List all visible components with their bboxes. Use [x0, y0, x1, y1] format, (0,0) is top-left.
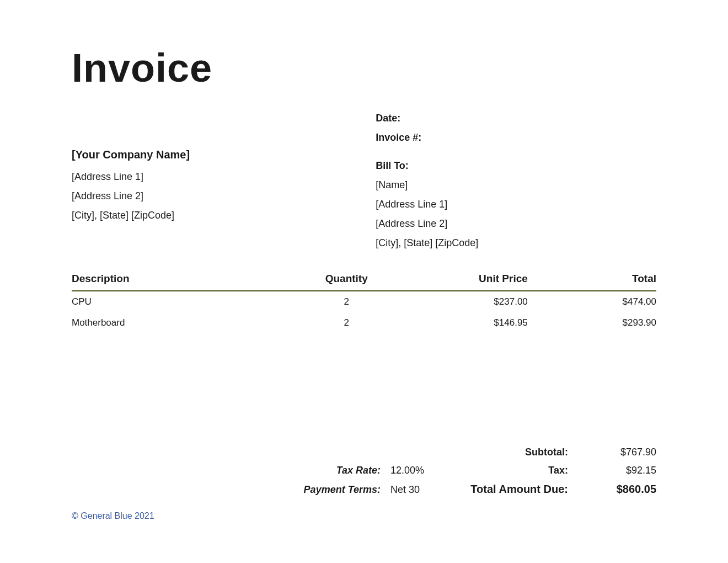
cell-total: $293.90 — [528, 312, 656, 333]
col-total: Total — [528, 270, 656, 291]
total-due-value: $860.05 — [568, 483, 656, 496]
tax-value: $92.15 — [568, 465, 656, 476]
bill-to-city-state-zip: [City], [State] [ZipCode] — [376, 237, 656, 249]
date-label: Date: — [376, 113, 656, 124]
total-due-label: Total Amount Due: — [447, 483, 568, 496]
payment-terms-value: Net 30 — [381, 484, 447, 496]
summary-area: Subtotal: $767.90 Tax Rate: 12.00% Tax: … — [72, 447, 656, 496]
tax-rate-label: Tax Rate: — [292, 465, 381, 476]
cell-total: $474.00 — [528, 291, 656, 312]
bill-to-address1: [Address Line 1] — [376, 199, 656, 210]
bill-to-name: [Name] — [376, 179, 656, 191]
cell-description: CPU — [72, 291, 294, 312]
page-title: Invoice — [72, 45, 656, 91]
cell-description: Motherboard — [72, 312, 294, 333]
bill-to-label: Bill To: — [376, 160, 656, 172]
col-unit-price: Unit Price — [399, 270, 528, 291]
table-header-row: Description Quantity Unit Price Total — [72, 270, 656, 291]
cell-quantity: 2 — [294, 312, 399, 333]
col-quantity: Quantity — [294, 270, 399, 291]
payment-terms-label: Payment Terms: — [292, 484, 381, 496]
tax-rate-value: 12.00% — [381, 465, 447, 476]
summary-grid: Subtotal: $767.90 Tax Rate: 12.00% Tax: … — [292, 447, 656, 496]
from-city-state-zip: [City], [State] [ZipCode] — [72, 210, 352, 221]
line-items-table: Description Quantity Unit Price Total CP… — [72, 270, 656, 333]
bill-to-address2: [Address Line 2] — [376, 218, 656, 230]
cell-unit-price: $237.00 — [399, 291, 528, 312]
from-company: [Your Company Name] — [72, 148, 352, 161]
subtotal-value: $767.90 — [568, 447, 656, 458]
header-area: [Your Company Name] [Address Line 1] [Ad… — [72, 96, 656, 257]
from-address1: [Address Line 1] — [72, 171, 352, 183]
cell-quantity: 2 — [294, 291, 399, 312]
subtotal-label: Subtotal: — [447, 447, 568, 458]
table-row: Motherboard2$146.95$293.90 — [72, 312, 656, 333]
meta-bill-block: Date: Invoice #: Bill To: [Name] [Addres… — [376, 96, 656, 257]
from-block: [Your Company Name] [Address Line 1] [Ad… — [72, 96, 352, 257]
table-row: CPU2$237.00$474.00 — [72, 291, 656, 312]
invoice-num-label: Invoice #: — [376, 132, 656, 144]
tax-label: Tax: — [447, 465, 568, 476]
col-description: Description — [72, 270, 294, 291]
cell-unit-price: $146.95 — [399, 312, 528, 333]
from-address2: [Address Line 2] — [72, 190, 352, 202]
footer-copyright: © General Blue 2021 — [72, 511, 656, 521]
